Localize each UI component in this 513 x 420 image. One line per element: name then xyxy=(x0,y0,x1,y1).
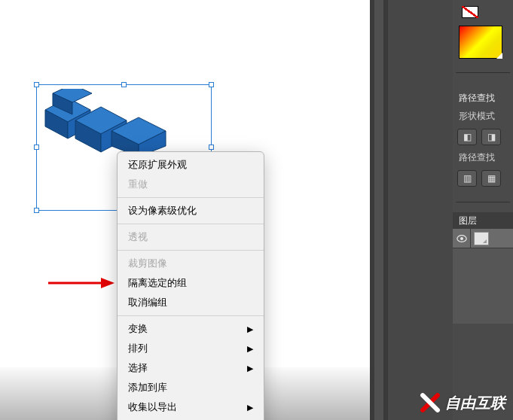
selection-handle[interactable] xyxy=(209,82,214,87)
menu-label: 选择 xyxy=(128,361,148,375)
pathfinder-tab[interactable]: 路径查找 xyxy=(453,89,513,107)
submenu-arrow-icon: ▶ xyxy=(247,364,253,373)
menu-ungroup[interactable]: 取消编组 xyxy=(118,293,264,312)
menu-add-to-library[interactable]: 添加到库 xyxy=(118,378,264,397)
svg-marker-12 xyxy=(101,278,115,288)
menu-label: 隔离选定的组 xyxy=(128,276,187,290)
menu-separator xyxy=(118,197,264,198)
menu-label: 重做 xyxy=(128,178,148,191)
menu-label: 收集以导出 xyxy=(128,400,177,414)
menu-separator xyxy=(118,250,264,251)
layer-visibility-toggle[interactable] xyxy=(453,229,471,248)
selection-handle[interactable] xyxy=(121,82,127,87)
submenu-arrow-icon: ▶ xyxy=(247,344,253,354)
panel-separator xyxy=(456,202,510,202)
menu-pixel-optimize[interactable]: 设为像素级优化 xyxy=(118,201,264,221)
menu-separator xyxy=(118,224,264,224)
shape-mode-label: 形状模式 xyxy=(453,107,513,126)
minus-front-button[interactable]: ◨ xyxy=(481,129,501,145)
pathfinder-label: 路径查找 xyxy=(453,148,513,167)
context-menu: 还原扩展外观 重做 设为像素级优化 透视 裁剪图像 隔离选定的组 取消编组 变换… xyxy=(117,151,264,420)
pathfinder-row: ▥ ▦ xyxy=(453,167,513,190)
menu-label: 取消编组 xyxy=(128,296,167,309)
menu-crop-image: 裁剪图像 xyxy=(118,254,264,273)
menu-isolate-group[interactable]: 隔离选定的组 xyxy=(118,273,264,293)
menu-undo[interactable]: 还原扩展外观 xyxy=(118,155,264,175)
swatch-corner-icon xyxy=(496,53,502,59)
unite-button[interactable]: ◧ xyxy=(457,129,477,145)
menu-perspective: 透视 xyxy=(118,227,264,247)
panel-main: 路径查找 形状模式 ◧ ◨ 路径查找 ▥ ▦ 图层 xyxy=(453,0,513,420)
submenu-arrow-icon: ▶ xyxy=(247,324,253,334)
menu-label: 设为像素级优化 xyxy=(128,204,197,218)
menu-label: 排列 xyxy=(128,342,148,355)
menu-collect-export[interactable]: 收集以导出▶ xyxy=(118,397,264,417)
menu-label: 还原扩展外观 xyxy=(128,158,187,172)
svg-point-14 xyxy=(460,236,463,239)
panel-rail xyxy=(370,0,453,420)
minus-front-icon: ◨ xyxy=(487,132,496,142)
annotation-arrow xyxy=(47,275,115,291)
menu-label: 裁剪图像 xyxy=(128,257,167,270)
trim-icon: ▦ xyxy=(487,173,496,184)
right-panel-dock: 路径查找 形状模式 ◧ ◨ 路径查找 ▥ ▦ 图层 xyxy=(370,0,513,420)
divide-icon: ▥ xyxy=(463,173,472,184)
color-swatch[interactable] xyxy=(459,26,502,59)
menu-transform[interactable]: 变换▶ xyxy=(118,319,264,339)
menu-separator xyxy=(118,315,264,316)
menu-export-selection[interactable]: 导出所选项目… xyxy=(118,417,264,420)
menu-arrange[interactable]: 排列▶ xyxy=(118,339,264,358)
eye-icon xyxy=(457,234,467,243)
swatch-row xyxy=(462,6,478,18)
menu-label: 变换 xyxy=(128,322,148,336)
unite-icon: ◧ xyxy=(463,132,472,142)
menu-select[interactable]: 选择▶ xyxy=(118,358,264,378)
no-fill-swatch-icon[interactable] xyxy=(462,6,478,18)
selected-3d-shapes[interactable] xyxy=(39,89,205,157)
submenu-arrow-icon: ▶ xyxy=(247,403,253,412)
trim-button[interactable]: ▦ xyxy=(481,170,501,187)
menu-redo: 重做 xyxy=(118,175,264,194)
selection-handle[interactable] xyxy=(34,145,39,150)
menu-label: 添加到库 xyxy=(128,381,167,394)
divide-button[interactable]: ▥ xyxy=(457,170,477,187)
menu-label: 透视 xyxy=(128,230,148,244)
selection-handle[interactable] xyxy=(34,208,39,213)
panel-separator xyxy=(456,72,510,73)
layers-empty-area xyxy=(453,248,513,324)
selection-handle[interactable] xyxy=(34,82,39,87)
layer-thumbnail[interactable] xyxy=(474,232,489,245)
layer-row[interactable] xyxy=(453,229,513,248)
layers-tab[interactable]: 图层 xyxy=(453,212,513,229)
shape-mode-row: ◧ ◨ xyxy=(453,126,513,148)
selection-handle[interactable] xyxy=(209,145,214,150)
